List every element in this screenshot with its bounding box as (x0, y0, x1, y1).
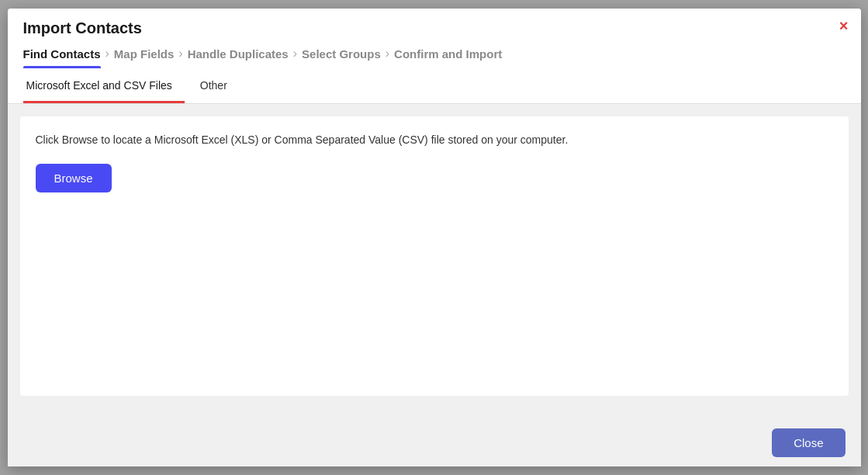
import-contacts-modal: Import Contacts × Find Contacts › Map Fi… (8, 9, 861, 466)
tab-content-excel: Click Browse to locate a Microsoft Excel… (20, 116, 849, 396)
tab-other[interactable]: Other (197, 68, 240, 103)
tab-description: Click Browse to locate a Microsoft Excel… (36, 132, 833, 148)
step-map-fields[interactable]: Map Fields (114, 47, 175, 68)
modal-header: Import Contacts × Find Contacts › Map Fi… (8, 9, 861, 68)
browse-button[interactable]: Browse (36, 164, 112, 192)
step-find-contacts[interactable]: Find Contacts (23, 47, 101, 68)
chevron-icon-4: › (386, 47, 389, 68)
chevron-icon-1: › (105, 47, 109, 68)
step-confirm-import[interactable]: Confirm and Import (394, 47, 502, 68)
modal-body: Microsoft Excel and CSV Files Other Clic… (8, 68, 861, 419)
tab-excel-csv[interactable]: Microsoft Excel and CSV Files (23, 68, 185, 103)
steps-nav: Find Contacts › Map Fields › Handle Dupl… (23, 47, 846, 68)
step-handle-duplicates[interactable]: Handle Duplicates (188, 47, 289, 68)
modal-overlay: Import Contacts × Find Contacts › Map Fi… (0, 0, 868, 475)
close-icon-button[interactable]: × (839, 18, 849, 33)
chevron-icon-3: › (293, 47, 297, 68)
chevron-icon-2: › (178, 47, 182, 68)
tab-bar: Microsoft Excel and CSV Files Other (8, 68, 861, 104)
modal-footer: Close (8, 419, 861, 466)
close-footer-button[interactable]: Close (772, 428, 845, 457)
step-select-groups[interactable]: Select Groups (302, 47, 381, 68)
modal-title: Import Contacts (23, 19, 846, 37)
